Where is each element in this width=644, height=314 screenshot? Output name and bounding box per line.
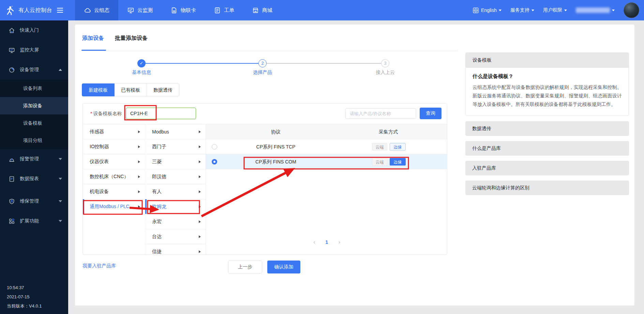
sidebar-item-device-manage[interactable]: 设备管理 <box>0 60 68 80</box>
help-answer: 云组态系统中配置与设备数据协议的解析规则，实现远程采集和控制。新版云服务将通讯协… <box>473 83 622 109</box>
brand-delta[interactable]: 台达 <box>145 229 206 244</box>
help-bar-what-is-product-library[interactable]: 什么是产品库 <box>465 141 629 156</box>
tab-divider <box>82 51 457 51</box>
category-instrument[interactable]: 仪器仪表 <box>83 154 145 169</box>
current-time: 10:54:37 <box>7 283 42 292</box>
help-bar-data-passthrough[interactable]: 数据透传 <box>465 121 629 136</box>
brand-mitsubishi[interactable]: 三菱 <box>145 154 206 169</box>
device-manage-submenu: 设备列表 添加设备 设备模板 项目分组 <box>0 80 68 149</box>
help-bar-cloud-vs-edge[interactable]: 云端轮询和边缘计算的区别 <box>465 180 629 195</box>
caret-right-icon <box>199 175 201 178</box>
sidebar-item-quick-start[interactable]: 快速入门 <box>0 20 68 40</box>
protocol-row-fins-tcp[interactable]: CP系列 FINS TCP 云端 边缘 <box>206 139 447 154</box>
prev-step-button[interactable]: 上一步 <box>228 261 262 273</box>
caret-right-icon <box>138 205 140 208</box>
caret-right-icon <box>138 175 140 178</box>
brand-usr[interactable]: 有人 <box>145 184 206 199</box>
category-column: 传感器 IO控制器 仪器仪表 数控机床（CNC） 机电设备 通用Modbus /… <box>83 124 145 254</box>
category-sensor[interactable]: 传感器 <box>83 124 145 139</box>
pagination-page-1[interactable]: 1 <box>326 239 328 245</box>
iot-card-icon <box>170 7 178 14</box>
col-collect-method: 采集方式 <box>353 124 424 139</box>
brand-langhande[interactable]: 郎汉德 <box>145 169 206 184</box>
chevron-down-icon <box>612 10 615 11</box>
nav-item-mall[interactable]: 商城 <box>243 0 281 20</box>
alarm-icon <box>9 156 15 162</box>
pagination-next-icon[interactable]: › <box>338 239 340 246</box>
nav-item-work-order[interactable]: 工单 <box>205 0 243 20</box>
nav-item-cloud-scada[interactable]: 云组态 <box>75 0 118 20</box>
monitor-icon <box>127 7 134 14</box>
caret-right-icon <box>199 250 201 253</box>
confirm-add-button[interactable]: 确认添加 <box>267 261 300 273</box>
brand-modbus[interactable]: Modbus <box>145 124 206 139</box>
sidebar-item-alarm-manage[interactable]: 报警管理 <box>0 149 68 169</box>
template-name-input[interactable] <box>126 108 196 119</box>
pagination: ‹ 1 › <box>206 239 447 246</box>
username-redacted <box>576 7 610 13</box>
language-switcher[interactable]: English <box>473 7 501 14</box>
app-root: { "topbar": { "logo_title": "有人云控制台", "n… <box>0 0 644 314</box>
tab-batch-add-device[interactable]: 批量添加设备 <box>115 35 148 42</box>
sidebar-item-add-device[interactable]: 添加设备 <box>0 97 68 114</box>
maintenance-icon <box>9 198 15 205</box>
help-box-title[interactable]: 设备模板 <box>466 53 629 68</box>
help-panel: 设备模板 什么是设备模板？ 云组态系统中配置与设备数据协议的解析规则，实现远程采… <box>465 52 629 200</box>
sidebar-item-maintenance[interactable]: 维保管理 <box>0 191 68 211</box>
brand-xinje[interactable]: 信捷 <box>145 244 206 255</box>
topbar-right: English 服务支持 用户权限 <box>473 2 644 18</box>
support-menu[interactable]: 服务支持 <box>510 7 534 13</box>
category-generic-modbus-plc[interactable]: 通用Modbus / PLC <box>83 199 145 214</box>
topbar: 有人云控制台 云组态 云监测 <box>0 0 644 20</box>
enter-product-library-link[interactable]: 我要入驻产品库 <box>83 263 116 269</box>
permission-menu[interactable]: 用户权限 <box>543 7 567 13</box>
extension-icon <box>9 218 15 224</box>
product-search-input[interactable] <box>345 108 416 119</box>
sidebar-item-extension[interactable]: 扩展功能 <box>0 211 68 231</box>
app-title: 有人云控制台 <box>18 7 52 14</box>
brand-siemens[interactable]: 西门子 <box>145 139 206 154</box>
step-1-circle-done <box>137 59 146 67</box>
search-button[interactable]: 查询 <box>420 108 441 119</box>
main-card: 添加设备 批量添加设备 2 3 基本信息 选择产品 接入上云 新建模板 已有模板… <box>75 25 634 305</box>
category-cnc[interactable]: 数控机床（CNC） <box>83 169 145 184</box>
account-menu[interactable] <box>576 7 615 13</box>
col-protocol: 协议 <box>206 124 346 139</box>
step-line-1 <box>146 63 258 64</box>
brand-fatek[interactable]: 永宏 <box>145 214 206 229</box>
sidebar-item-device-list[interactable]: 设备列表 <box>0 80 68 97</box>
sidebar-item-project-group[interactable]: 项目分组 <box>0 132 68 149</box>
nav-item-iot-card[interactable]: 物联卡 <box>162 0 205 20</box>
category-io-controller[interactable]: IO控制器 <box>83 139 145 154</box>
sidebar-item-device-template[interactable]: 设备模板 <box>0 114 68 132</box>
tab-data-passthrough[interactable]: 数据透传 <box>147 83 179 96</box>
step-line-2 <box>267 63 381 64</box>
current-date: 2021-07-15 <box>7 292 42 301</box>
caret-right-icon <box>199 190 201 193</box>
help-bar-enter-product-library[interactable]: 入驻产品库 <box>465 161 629 175</box>
avatar[interactable] <box>624 2 639 18</box>
caret-right-icon <box>199 130 201 133</box>
caret-right-icon <box>138 130 140 133</box>
step-2-label: 选择产品 <box>242 69 283 76</box>
sidebar-item-data-report[interactable]: 数据报表 <box>0 169 68 189</box>
tab-add-device[interactable]: 添加设备 <box>82 35 104 42</box>
report-icon <box>9 176 15 182</box>
hamburger-menu-icon[interactable] <box>57 8 63 13</box>
step-2-circle-current: 2 <box>258 59 267 67</box>
category-electromechanical[interactable]: 机电设备 <box>83 184 145 199</box>
brand-omron[interactable]: 欧姆龙 <box>145 199 206 214</box>
nav-item-cloud-monitor[interactable]: 云监测 <box>118 0 162 20</box>
tab-existing-template[interactable]: 已有模板 <box>114 83 147 96</box>
protocol-table: 协议 采集方式 CP系列 FINS TCP 云端 边缘 CP系列 FINS CO… <box>206 124 447 254</box>
caret-right-icon <box>199 160 201 163</box>
protocol-row-fins-com[interactable]: CP系列 FINS COM 云端 边缘 <box>206 154 447 169</box>
pagination-prev-icon[interactable]: ‹ <box>313 239 315 246</box>
brand: 有人云控制台 <box>0 5 68 15</box>
device-template-help-box: 设备模板 什么是设备模板？ 云组态系统中配置与设备数据协议的解析规则，实现远程采… <box>465 52 629 116</box>
edge-tag-active: 边缘 <box>390 158 406 166</box>
chevron-down-icon <box>59 178 62 180</box>
sidebar-item-monitor-screen[interactable]: 监控大屏 <box>0 40 68 60</box>
tab-new-template[interactable]: 新建模板 <box>82 83 115 96</box>
step-3-circle-pending: 3 <box>381 59 389 67</box>
